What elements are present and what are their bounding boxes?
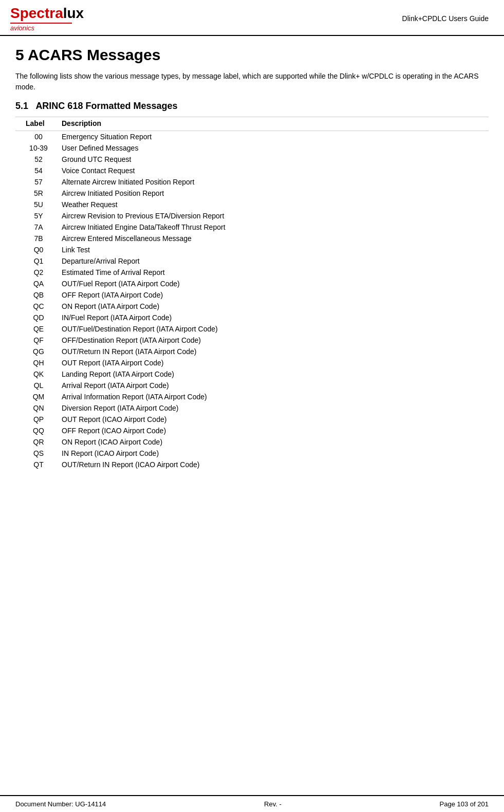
page-footer: Document Number: UG-14114 Rev. - Page 10… bbox=[0, 795, 504, 812]
section-number: 5.1 bbox=[15, 101, 28, 111]
row-description: OUT/Return IN Report (IATA Airport Code) bbox=[57, 346, 489, 357]
row-label: 52 bbox=[15, 154, 57, 165]
footer-rev: Rev. - bbox=[264, 800, 282, 808]
row-label: QN bbox=[15, 402, 57, 414]
chapter-number: 5 bbox=[15, 46, 24, 63]
table-row: QA OUT/Fuel Report (IATA Airport Code) bbox=[15, 278, 489, 289]
row-description: OUT/Fuel Report (IATA Airport Code) bbox=[57, 278, 489, 289]
row-description: OUT Report (IATA Airport Code) bbox=[57, 357, 489, 368]
row-description: Diversion Report (IATA Airport Code) bbox=[57, 402, 489, 414]
row-label: 00 bbox=[15, 131, 57, 143]
table-row: QL Arrival Report (IATA Airport Code) bbox=[15, 380, 489, 391]
row-label: QB bbox=[15, 289, 57, 301]
table-row: QH OUT Report (IATA Airport Code) bbox=[15, 357, 489, 368]
row-label: 10-39 bbox=[15, 142, 57, 154]
table-row: Q2 Estimated Time of Arrival Report bbox=[15, 267, 489, 278]
table-row: 54 Voice Contact Request bbox=[15, 165, 489, 176]
row-description: Alternate Aircrew Initiated Position Rep… bbox=[57, 176, 489, 188]
col-header-description: Description bbox=[57, 117, 489, 131]
row-label: QL bbox=[15, 380, 57, 391]
row-label: QT bbox=[15, 459, 57, 470]
table-row: QG OUT/Return IN Report (IATA Airport Co… bbox=[15, 346, 489, 357]
section-title: ARINC 618 Formatted Messages bbox=[35, 101, 177, 111]
table-row: 7A Aircrew Initiated Engine Data/Takeoff… bbox=[15, 222, 489, 233]
table-row: QR ON Report (ICAO Airport Code) bbox=[15, 436, 489, 448]
row-label: QC bbox=[15, 301, 57, 312]
row-description: OFF/Destination Report (IATA Airport Cod… bbox=[57, 335, 489, 346]
table-row: 5Y Aircrew Revision to Previous ETA/Dive… bbox=[15, 210, 489, 222]
table-row: Q0 Link Test bbox=[15, 244, 489, 255]
row-label: QF bbox=[15, 335, 57, 346]
message-table: Label Description 00 Emergency Situation… bbox=[15, 117, 489, 470]
row-description: OFF Report (IATA Airport Code) bbox=[57, 289, 489, 301]
row-description: Weather Request bbox=[57, 199, 489, 210]
logo-spectra: Spectra bbox=[10, 5, 63, 22]
page-header: Spectra lux avionics Dlink+CPDLC Users G… bbox=[0, 0, 504, 36]
table-row: QE OUT/Fuel/Destination Report (IATA Air… bbox=[15, 323, 489, 335]
table-row: 5R Aircrew Initiated Position Report bbox=[15, 188, 489, 199]
logo: Spectra lux avionics bbox=[10, 5, 84, 32]
row-label: 5U bbox=[15, 199, 57, 210]
row-label: QD bbox=[15, 312, 57, 323]
table-row: QM Arrival Information Report (IATA Airp… bbox=[15, 391, 489, 402]
table-row: QC ON Report (IATA Airport Code) bbox=[15, 301, 489, 312]
col-header-label: Label bbox=[15, 117, 57, 131]
table-row: QN Diversion Report (IATA Airport Code) bbox=[15, 402, 489, 414]
row-label: 7A bbox=[15, 222, 57, 233]
chapter-heading: 5 ACARS Messages bbox=[15, 46, 489, 64]
row-label: QK bbox=[15, 368, 57, 380]
logo-text: Spectra lux bbox=[10, 5, 84, 22]
row-description: Aircrew Initiated Engine Data/Takeoff Th… bbox=[57, 222, 489, 233]
row-label: QE bbox=[15, 323, 57, 335]
row-label: 57 bbox=[15, 176, 57, 188]
row-description: Emergency Situation Report bbox=[57, 131, 489, 143]
footer-doc-number: Document Number: UG-14114 bbox=[15, 800, 106, 808]
row-label: QR bbox=[15, 436, 57, 448]
logo-underline bbox=[10, 23, 72, 24]
table-row: QF OFF/Destination Report (IATA Airport … bbox=[15, 335, 489, 346]
table-row: Q1 Departure/Arrival Report bbox=[15, 255, 489, 267]
table-row: QK Landing Report (IATA Airport Code) bbox=[15, 368, 489, 380]
table-row: QD IN/Fuel Report (IATA Airport Code) bbox=[15, 312, 489, 323]
guide-title: Dlink+CPDLC Users Guide bbox=[402, 14, 489, 23]
row-description: Ground UTC Request bbox=[57, 154, 489, 165]
row-label: QS bbox=[15, 448, 57, 459]
row-label: QH bbox=[15, 357, 57, 368]
intro-paragraph: The following lists show the various mes… bbox=[15, 71, 489, 93]
row-description: ON Report (ICAO Airport Code) bbox=[57, 436, 489, 448]
row-description: Arrival Information Report (IATA Airport… bbox=[57, 391, 489, 402]
table-row: QB OFF Report (IATA Airport Code) bbox=[15, 289, 489, 301]
table-row: 10-39 User Defined Messages bbox=[15, 142, 489, 154]
row-label: QP bbox=[15, 414, 57, 425]
table-row: 7B Aircrew Entered Miscellaneous Message bbox=[15, 233, 489, 244]
row-label: QA bbox=[15, 278, 57, 289]
chapter-title: ACARS Messages bbox=[28, 46, 160, 63]
row-label: 5R bbox=[15, 188, 57, 199]
row-description: OUT Report (ICAO Airport Code) bbox=[57, 414, 489, 425]
section-heading: 5.1 ARINC 618 Formatted Messages bbox=[15, 101, 489, 112]
row-description: Departure/Arrival Report bbox=[57, 255, 489, 267]
table-row: 5U Weather Request bbox=[15, 199, 489, 210]
row-description: Aircrew Entered Miscellaneous Message bbox=[57, 233, 489, 244]
row-label: 5Y bbox=[15, 210, 57, 222]
row-label: QG bbox=[15, 346, 57, 357]
row-label: QM bbox=[15, 391, 57, 402]
table-row: QQ OFF Report (ICAO Airport Code) bbox=[15, 425, 489, 436]
row-description: Landing Report (IATA Airport Code) bbox=[57, 368, 489, 380]
row-label: 54 bbox=[15, 165, 57, 176]
table-row: QS IN Report (ICAO Airport Code) bbox=[15, 448, 489, 459]
row-description: Voice Contact Request bbox=[57, 165, 489, 176]
table-row: QT OUT/Return IN Report (ICAO Airport Co… bbox=[15, 459, 489, 470]
table-header-row: Label Description bbox=[15, 117, 489, 131]
row-label: Q2 bbox=[15, 267, 57, 278]
main-content: 5 ACARS Messages The following lists sho… bbox=[0, 36, 504, 491]
row-description: User Defined Messages bbox=[57, 142, 489, 154]
row-description: Link Test bbox=[57, 244, 489, 255]
logo-avionics: avionics bbox=[10, 24, 34, 32]
row-description: Estimated Time of Arrival Report bbox=[57, 267, 489, 278]
row-description: Aircrew Initiated Position Report bbox=[57, 188, 489, 199]
table-row: 00 Emergency Situation Report bbox=[15, 131, 489, 143]
row-label: Q0 bbox=[15, 244, 57, 255]
row-description: OUT/Return IN Report (ICAO Airport Code) bbox=[57, 459, 489, 470]
row-description: Aircrew Revision to Previous ETA/Diversi… bbox=[57, 210, 489, 222]
